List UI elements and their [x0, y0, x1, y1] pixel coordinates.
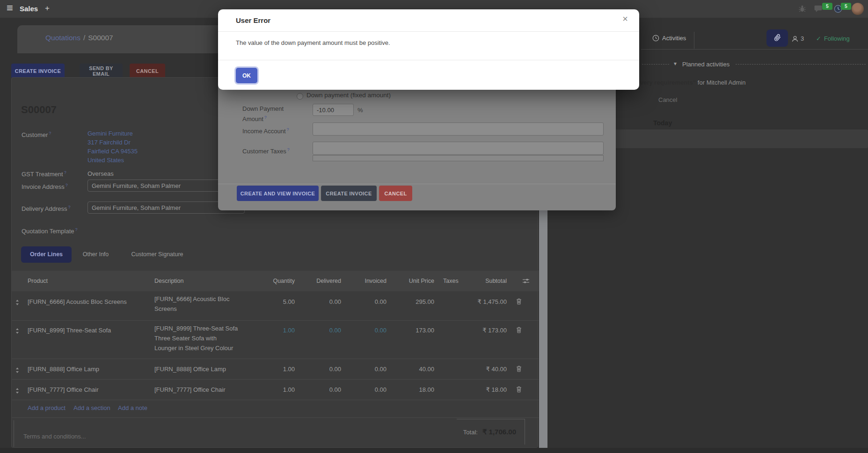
customer-taxes-dropdown-strip	[313, 155, 604, 161]
followers-button[interactable]: 3	[792, 35, 804, 42]
order-line-row[interactable]: [FURN_8888] Office Lamp [FURN_8888] Offi…	[12, 359, 539, 380]
order-line-row[interactable]: [FURN_7777] Office Chair [FURN_7777] Off…	[12, 380, 539, 400]
cell-unit-price[interactable]: 173.00	[416, 327, 434, 334]
add-a-note-link[interactable]: Add a note	[118, 404, 147, 411]
cell-product[interactable]: [FURN_8888] Office Lamp	[28, 366, 99, 373]
customer-city-link[interactable]: Fairfield CA 94535	[88, 148, 138, 155]
cell-invoiced[interactable]: 0.00	[375, 386, 387, 393]
cell-unit-price[interactable]: 295.00	[416, 298, 434, 305]
order-lines-header: Product Description Quantity Delivered I…	[12, 271, 539, 291]
following-button[interactable]: ✓ Following	[816, 35, 850, 42]
col-description[interactable]: Description	[154, 278, 184, 284]
dialog-create-invoice-button[interactable]: CREATE INVOICE	[321, 186, 377, 201]
caret-down-icon[interactable]: ▾	[674, 60, 677, 67]
gst-treatment-value[interactable]: Overseas	[88, 170, 114, 177]
followers-count: 3	[801, 35, 804, 42]
col-invoiced[interactable]: Invoiced	[365, 278, 387, 284]
cell-quantity[interactable]: 1.00	[283, 366, 295, 373]
create-and-view-invoice-button[interactable]: CREATE AND VIEW INVOICE	[237, 186, 319, 201]
cell-unit-price[interactable]: 18.00	[419, 386, 434, 393]
order-line-row[interactable]: [FURN_8999] Three-Seat Sofa [FURN_8999] …	[12, 321, 539, 359]
user-avatar[interactable]	[852, 3, 864, 15]
planned-activity-summary: very requirements” for Mitchell Admin	[640, 79, 745, 86]
chatter-divider	[641, 49, 868, 50]
bottom-strip	[0, 448, 868, 453]
delete-line-icon[interactable]	[516, 298, 522, 307]
tab-order-lines[interactable]: Order Lines	[21, 246, 72, 263]
breadcrumb-quotations-link[interactable]: Quotations	[45, 34, 80, 42]
messages-icon[interactable]	[814, 5, 823, 14]
tab-other-info[interactable]: Other Info	[72, 246, 120, 263]
cell-invoiced[interactable]: 0.00	[375, 327, 387, 334]
cell-quantity[interactable]: 5.00	[283, 298, 295, 305]
order-line-row[interactable]: [FURN_6666] Acoustic Bloc Screens [FURN_…	[12, 291, 539, 321]
cell-delivered[interactable]: 0.00	[329, 327, 341, 334]
col-quantity[interactable]: Quantity	[273, 278, 295, 284]
cell-description[interactable]: [FURN_7777] Office Chair	[154, 386, 226, 393]
col-taxes[interactable]: Taxes	[443, 278, 459, 284]
dialog-cancel-button[interactable]: CANCEL	[379, 186, 412, 201]
attach-files-button[interactable]	[766, 29, 788, 47]
apps-menu-icon[interactable]: ≡	[7, 1, 13, 14]
error-message: The value of the down payment amount mus…	[236, 39, 390, 46]
ok-button[interactable]: OK	[236, 68, 257, 83]
cell-description[interactable]: [FURN_8999] Three-Seat Sofa Three Seater…	[154, 324, 253, 353]
cell-unit-price[interactable]: 40.00	[419, 366, 434, 373]
activity-summary-bold: very requirements”	[640, 79, 696, 86]
breadcrumb-current-record: S00007	[88, 34, 113, 42]
col-delivered[interactable]: Delivered	[316, 278, 341, 284]
drag-handle-icon[interactable]	[15, 327, 19, 336]
tab-activities[interactable]: Activities	[652, 35, 686, 42]
close-icon[interactable]: ×	[622, 14, 628, 23]
delete-line-icon[interactable]	[516, 386, 522, 395]
tab-customer-signature[interactable]: Customer Signature	[120, 246, 195, 263]
delete-line-icon[interactable]	[516, 327, 522, 335]
col-product[interactable]: Product	[28, 278, 48, 284]
send-by-email-button[interactable]: SEND BY EMAIL	[80, 64, 123, 79]
messages-badge: 5	[822, 3, 832, 10]
cell-invoiced[interactable]: 0.00	[375, 366, 387, 373]
customer-country-link[interactable]: United States	[88, 157, 124, 164]
cell-description[interactable]: [FURN_8888] Office Lamp	[154, 366, 226, 373]
activity-summary-rest: for Mitchell Admin	[696, 79, 745, 86]
cancel-order-button[interactable]: CANCEL	[130, 64, 165, 79]
income-account-input[interactable]	[313, 122, 604, 136]
delete-line-icon[interactable]	[516, 366, 522, 374]
cell-delivered[interactable]: 0.00	[329, 366, 341, 373]
cell-product[interactable]: [FURN_7777] Office Chair	[28, 386, 99, 393]
debug-bug-icon[interactable]	[798, 5, 806, 14]
add-a-product-link[interactable]: Add a product	[28, 404, 66, 411]
total-box: Total: ₹ 1,706.00	[457, 419, 525, 445]
create-invoice-button[interactable]: CREATE INVOICE	[11, 64, 65, 79]
message-row[interactable]	[614, 129, 868, 148]
cell-delivered[interactable]: 0.00	[329, 386, 341, 393]
drag-handle-icon[interactable]	[15, 367, 19, 375]
col-subtotal[interactable]: Subtotal	[485, 278, 507, 284]
terms-block	[14, 420, 257, 447]
cell-product[interactable]: [FURN_6666] Acoustic Bloc Screens	[28, 298, 127, 305]
fixed-amount-radio-label[interactable]: Down payment (fixed amount)	[306, 92, 391, 99]
cell-quantity[interactable]: 1.00	[283, 386, 295, 393]
cell-description[interactable]: [FURN_6666] Acoustic Bloc Screens	[154, 294, 243, 314]
terms-and-conditions-input[interactable]	[14, 420, 248, 446]
customer-taxes-input[interactable]	[313, 142, 604, 155]
planned-activities-header[interactable]: Planned activities	[682, 61, 729, 68]
cell-quantity[interactable]: 1.00	[283, 327, 295, 334]
user-error-modal: User Error × The value of the down payme…	[218, 9, 639, 90]
optional-columns-icon[interactable]	[523, 278, 529, 285]
add-a-section-link[interactable]: Add a section	[73, 404, 110, 411]
activity-cancel-link[interactable]: Cancel	[658, 96, 677, 103]
cell-delivered[interactable]: 0.00	[329, 298, 341, 305]
down-payment-amount-input[interactable]	[313, 104, 354, 116]
customer-name-link[interactable]: Gemini Furniture	[88, 130, 133, 137]
cell-product[interactable]: [FURN_8999] Three-Seat Sofa	[28, 327, 111, 334]
new-tab-plus-icon[interactable]: +	[45, 4, 50, 13]
add-links-row: Add a product Add a section Add a note	[12, 400, 539, 418]
col-unit-price[interactable]: Unit Price	[409, 278, 434, 284]
cell-invoiced[interactable]: 0.00	[375, 298, 387, 305]
drag-handle-icon[interactable]	[15, 387, 19, 395]
customer-street-link[interactable]: 317 Fairchild Dr	[88, 139, 131, 146]
app-name[interactable]: Sales	[20, 5, 38, 13]
fixed-amount-radio[interactable]	[297, 93, 303, 100]
drag-handle-icon[interactable]	[15, 299, 19, 307]
